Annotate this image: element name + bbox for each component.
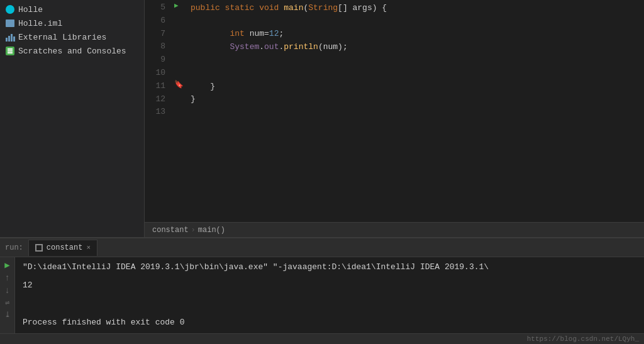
- sidebar-item-holle[interactable]: Holle: [0, 3, 144, 16]
- line-num: 11: [150, 80, 165, 93]
- line-num: 10: [150, 67, 165, 80]
- code-line-8: System.out.println(num);: [188, 40, 644, 53]
- scroll-down-button[interactable]: ↓: [4, 286, 9, 296]
- sidebar: Holle Holle.iml External Libraries: [0, 0, 145, 237]
- code-line-9: [188, 53, 644, 67]
- console-main: ▶ ↑ ↓ ⇌ ⤓ "D:\idea1\IntelliJ IDEA 2019.3…: [0, 257, 644, 333]
- sidebar-item-label: External Libraries: [18, 33, 106, 42]
- code-content[interactable]: public static void main(String[] args) {…: [188, 0, 644, 222]
- code-line-7: int num=12;: [188, 28, 644, 41]
- breadcrumb-method: main(): [198, 226, 225, 235]
- console-finish-line: Process finished with exit code 0: [23, 316, 636, 330]
- line-num: 7: [150, 28, 165, 41]
- breadcrumb-separator: ›: [191, 226, 196, 235]
- sidebar-item-holle-iml[interactable]: Holle.iml: [0, 16, 144, 30]
- code-line-6: [188, 14, 644, 28]
- line-num: 6: [150, 14, 165, 28]
- console-url: https://blog.csdn.net/LQyh_: [527, 335, 639, 343]
- code-line-12: }: [188, 93, 644, 106]
- console-tab-constant[interactable]: constant ×: [28, 240, 97, 256]
- console-empty-line: [23, 298, 636, 311]
- code-line-11: }: [188, 80, 644, 93]
- run-gutter-icon[interactable]: ▶: [174, 1, 179, 9]
- run-button[interactable]: ▶: [4, 260, 9, 270]
- editor-area: 5 6 7 8 9 10 11 12 13 ▶ 🔖 pub: [145, 0, 644, 237]
- line-numbers: 5 6 7 8 9 10 11 12 13: [145, 0, 173, 222]
- sidebar-item-external-libraries[interactable]: External Libraries: [0, 30, 144, 44]
- iml-icon: [5, 18, 15, 28]
- console-left-toolbar: ▶ ↑ ↓ ⇌ ⤓: [0, 257, 15, 333]
- sidebar-item-label: Scratches and Consoles: [18, 47, 126, 56]
- holle-icon: [5, 4, 15, 14]
- sidebar-item-scratches[interactable]: Scratches and Consoles: [0, 44, 144, 58]
- bookmark-gutter-icon[interactable]: 🔖: [174, 80, 184, 89]
- scroll-up-button[interactable]: ↑: [4, 273, 9, 283]
- extlib-icon: [5, 32, 15, 42]
- console-bottom-bar: https://blog.csdn.net/LQyh_: [0, 333, 644, 344]
- console-tabs: run: constant ×: [0, 238, 644, 257]
- gutter-area: ▶ 🔖: [173, 0, 188, 222]
- code-line-10: [188, 67, 644, 80]
- sidebar-item-label: Holle.iml: [18, 19, 62, 28]
- pin-button[interactable]: ⤓: [4, 310, 11, 319]
- line-num: 12: [150, 93, 165, 106]
- code-line-13: [188, 106, 644, 119]
- line-num: 5: [150, 1, 165, 14]
- breadcrumb-file: constant: [152, 226, 189, 235]
- line-num: 13: [150, 106, 165, 119]
- console-tab-label: constant: [47, 243, 83, 252]
- console-output-line: 12: [23, 279, 636, 292]
- sidebar-item-label: Holle: [18, 5, 43, 14]
- console-panel: run: constant × ▶ ↑ ↓ ⇌ ⤓ "D:\idea1\Inte…: [0, 237, 644, 344]
- scratches-icon: [5, 46, 15, 56]
- line-num: 9: [150, 53, 165, 67]
- code-editor: 5 6 7 8 9 10 11 12 13 ▶ 🔖 pub: [145, 0, 644, 222]
- run-label: run:: [5, 243, 23, 252]
- code-line-5: public static void main(String[] args) {: [188, 1, 644, 14]
- wrap-button[interactable]: ⇌: [5, 298, 9, 308]
- console-tab-icon: [35, 244, 43, 252]
- line-num: 8: [150, 40, 165, 53]
- console-tab-close[interactable]: ×: [86, 244, 91, 252]
- console-output: "D:\idea1\IntelliJ IDEA 2019.3.1\jbr\bin…: [15, 257, 644, 333]
- breadcrumb-bar: constant › main(): [145, 222, 644, 237]
- console-command-line: "D:\idea1\IntelliJ IDEA 2019.3.1\jbr\bin…: [23, 261, 636, 274]
